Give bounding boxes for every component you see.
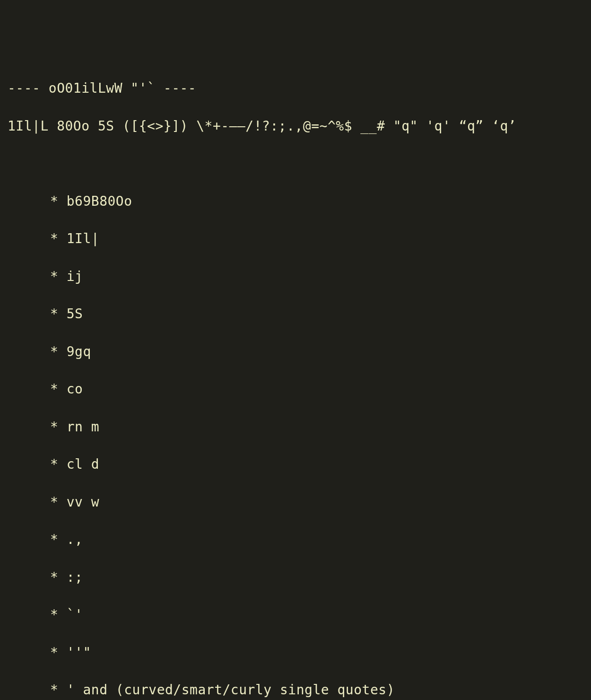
list-item: * 9gq [8,342,583,361]
header-line-2: 1Il|L 80Oo 5S ([{<>}]) \*+-——/!?:;.,@=~^… [8,117,583,136]
list-item: * vv w [8,493,583,512]
list-item: * ., [8,530,583,549]
list-item: * ij [8,267,583,286]
list-item: * 5S [8,305,583,324]
list-item: * co [8,380,583,399]
list-item: * `' [8,605,583,624]
blank-line [8,154,583,173]
list-item: * :; [8,568,583,587]
list-item: * cl d [8,455,583,474]
list-item: * rn m [8,418,583,437]
list-item: * b69B80Oo [8,192,583,211]
header-line-1: ---- oO01ilLwW "'` ---- [8,79,583,98]
list-item: * 1Il| [8,229,583,248]
list-item: * ''" [8,643,583,662]
list-item: * ' and (curved/smart/curly single quote… [8,681,583,700]
